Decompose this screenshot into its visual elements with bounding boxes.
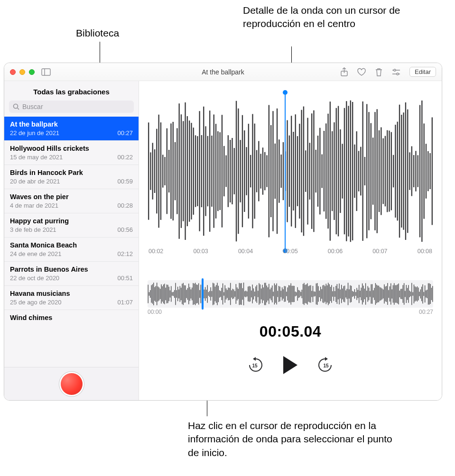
heart-icon[interactable] (357, 68, 366, 76)
svg-text:15: 15 (252, 363, 258, 368)
list-item[interactable]: At the ballpark22 de jun de 202100:27 (4, 117, 139, 141)
time-tick: 00:07 (372, 248, 387, 261)
list-item[interactable]: Havana musicians25 de ago de 202001:07 (4, 286, 139, 310)
time-ruler: 00:0200:0300:0400:0500:0600:0700:08 (148, 248, 433, 261)
zoom-window-button[interactable] (29, 69, 35, 75)
overview-start-time: 00:00 (148, 309, 162, 315)
overview-playhead[interactable] (202, 278, 204, 310)
svg-point-7 (14, 104, 18, 109)
list-item[interactable]: Parrots in Buenos Aires22 de oct de 2020… (4, 262, 139, 286)
recording-name: Parrots in Buenos Aires (10, 265, 133, 273)
recording-date: 20 de abr de 2021 (10, 178, 60, 185)
recording-duration: 00:22 (117, 154, 133, 161)
recording-date: 22 de jun de 2021 (10, 129, 59, 137)
svg-line-8 (18, 108, 19, 110)
recording-date: 15 de may de 2021 (10, 154, 63, 161)
list-item[interactable]: Happy cat purring3 de feb de 202100:56 (4, 213, 139, 238)
recording-duration: 00:56 (117, 226, 133, 233)
trash-icon[interactable] (375, 67, 383, 77)
play-button[interactable] (283, 356, 297, 374)
sidebar: Todas las grabaciones Buscar At the ball… (4, 81, 139, 400)
recording-name: Happy cat purring (10, 217, 133, 225)
recording-name: Birds in Hancock Park (10, 169, 133, 176)
waveform-overview[interactable] (148, 280, 433, 308)
svg-text:15: 15 (323, 363, 329, 368)
time-tick: 00:05 (283, 248, 297, 261)
minimize-window-button[interactable] (19, 69, 25, 75)
time-tick: 00:02 (149, 248, 163, 261)
svg-point-6 (397, 73, 399, 75)
close-window-button[interactable] (10, 69, 16, 75)
titlebar: At the ballpark (4, 63, 442, 81)
recording-duration: 00:51 (117, 275, 133, 282)
transport-controls: 15 15 (139, 356, 442, 374)
share-icon[interactable] (340, 67, 348, 77)
list-item[interactable]: Wind chimes (4, 310, 139, 327)
current-time-display: 00:05.04 (139, 323, 442, 340)
recording-date: 25 de ago de 2020 (10, 299, 61, 306)
time-tick: 00:06 (328, 248, 343, 261)
recording-date: 24 de ene de 2021 (10, 250, 61, 257)
recording-name: Santa Monica Beach (10, 241, 133, 249)
recording-duration: 01:07 (117, 299, 133, 306)
recording-duration: 00:59 (117, 178, 133, 185)
recordings-list: At the ballpark22 de jun de 202100:27Hol… (4, 117, 139, 367)
window-controls (10, 69, 35, 75)
record-bar (4, 367, 139, 400)
list-item[interactable]: Birds in Hancock Park20 de abr de 202100… (4, 165, 139, 189)
skip-forward-button[interactable]: 15 (317, 357, 334, 374)
recording-name: Havana musicians (10, 290, 133, 297)
detail-playhead[interactable] (285, 92, 286, 251)
skip-back-button[interactable]: 15 (246, 357, 263, 374)
overview-time-labels: 00:00 00:27 (148, 309, 433, 315)
overview-end-time: 00:27 (419, 309, 433, 315)
callout-waveform-detail: Detalle de la onda con un cursor de repr… (243, 4, 442, 31)
callout-library: Biblioteca (76, 27, 119, 40)
main-panel: 00:0200:0300:0400:0500:0600:0700:08 00:0… (139, 81, 442, 400)
recording-name: Hollywood Hills crickets (10, 145, 133, 152)
time-tick: 00:04 (238, 248, 253, 261)
svg-point-4 (394, 69, 396, 71)
recording-duration: 02:12 (117, 250, 133, 257)
time-tick: 00:08 (418, 248, 432, 261)
list-item[interactable]: Hollywood Hills crickets15 de may de 202… (4, 141, 139, 165)
recording-duration: 00:27 (117, 129, 133, 137)
recording-duration: 00:28 (117, 202, 133, 209)
recording-name: Wind chimes (10, 314, 133, 321)
list-item[interactable]: Waves on the pier4 de mar de 202100:28 (4, 189, 139, 213)
library-title: Todas las grabaciones (4, 81, 139, 101)
recording-date: 22 de oct de 2020 (10, 275, 59, 282)
time-tick: 00:03 (193, 248, 208, 261)
app-window: At the ballpark (4, 63, 442, 401)
svg-rect-0 (42, 69, 50, 75)
sidebar-toggle-icon[interactable] (41, 68, 51, 76)
recording-date: 3 de feb de 2021 (10, 226, 56, 233)
record-button[interactable] (61, 373, 83, 395)
search-placeholder: Buscar (22, 103, 43, 110)
search-input[interactable]: Buscar (9, 101, 134, 113)
waveform-detail[interactable] (148, 95, 433, 247)
search-icon (13, 103, 19, 110)
recording-date: 4 de mar de 2021 (10, 202, 58, 209)
edit-button[interactable]: Editar (409, 67, 436, 77)
list-item[interactable]: Santa Monica Beach24 de ene de 202102:12 (4, 238, 139, 262)
recording-name: At the ballpark (10, 120, 133, 128)
sliders-icon[interactable] (391, 68, 401, 76)
recording-name: Waves on the pier (10, 193, 133, 201)
callout-overview-playhead: Haz clic en el cursor de reproducción en… (188, 419, 397, 459)
